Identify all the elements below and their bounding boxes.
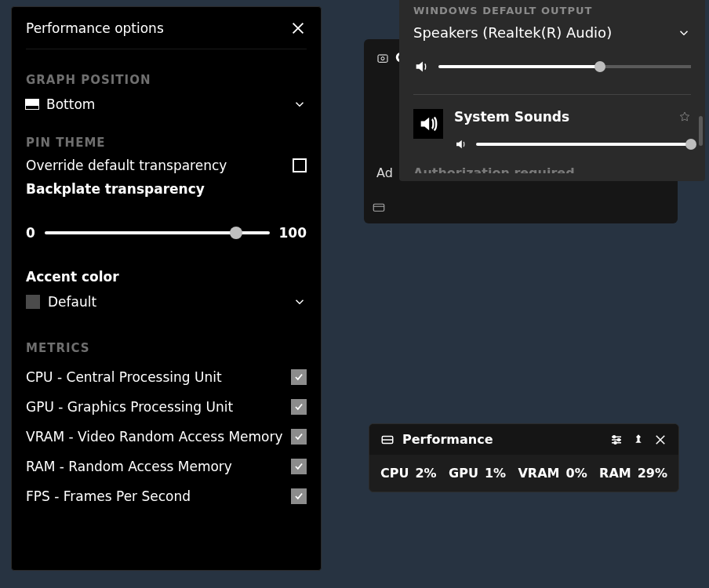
audio-device-dropdown[interactable]: Speakers (Realtek(R) Audio) [413, 24, 691, 41]
volume-thumb[interactable] [685, 139, 696, 150]
accent-swatch-icon [26, 295, 40, 309]
perf-stat: CPU2% [380, 466, 437, 481]
perf-stat: RAM29% [599, 466, 667, 481]
perf-stat-label: GPU [449, 466, 478, 481]
metric-checkbox[interactable] [291, 459, 307, 474]
perf-stat: GPU1% [449, 466, 506, 481]
slider-max: 100 [279, 225, 307, 241]
metric-checkbox[interactable] [291, 399, 307, 415]
metric-label: CPU - Central Processing Unit [26, 369, 222, 385]
perf-stat-value: 29% [638, 466, 667, 481]
speaker-icon [454, 137, 468, 151]
settings-sliders-icon[interactable] [609, 433, 624, 447]
master-volume-slider[interactable] [438, 65, 691, 68]
metric-row[interactable]: GPU - Graphics Processing Unit [26, 399, 307, 415]
audio-device-name: Speakers (Realtek(R) Audio) [413, 24, 612, 41]
app-volume-name: System Sounds [454, 109, 569, 125]
slider-thumb[interactable] [230, 227, 242, 239]
close-icon[interactable] [653, 433, 667, 447]
speaker-icon [413, 58, 431, 75]
perf-stat-value: 2% [415, 466, 436, 481]
metric-row[interactable]: CPU - Central Processing Unit [26, 369, 307, 385]
authorization-required-text: Authorization required [413, 165, 691, 173]
accent-color-dropdown[interactable]: Default [26, 294, 307, 310]
star-icon[interactable] [678, 111, 691, 123]
performance-options-panel: Performance options GRAPH POSITION Botto… [11, 6, 322, 571]
svg-point-4 [613, 435, 616, 437]
app-volume-row: System Sounds [413, 109, 691, 151]
volume-thumb[interactable] [594, 61, 605, 72]
performance-icon [380, 433, 394, 447]
system-sounds-icon [413, 109, 443, 139]
performance-widget-title: Performance [402, 432, 493, 447]
camera-icon [376, 52, 389, 64]
chevron-down-icon [293, 295, 307, 309]
metric-checkbox[interactable] [291, 488, 307, 504]
perf-stat: VRAM0% [518, 466, 587, 481]
metric-row[interactable]: RAM - Random Access Memory [26, 459, 307, 474]
override-transparency-label: Override default transparency [26, 158, 227, 173]
position-bottom-icon [26, 100, 38, 109]
svg-rect-0 [378, 55, 387, 62]
metric-label: VRAM - Video Random Access Memory [26, 429, 283, 445]
audio-output-header: WINDOWS DEFAULT OUTPUT [413, 0, 691, 16]
metric-label: RAM - Random Access Memory [26, 459, 232, 474]
accent-color-label: Accent color [26, 269, 307, 285]
background-widget-tab-icon[interactable] [372, 200, 386, 217]
performance-widget: Performance CPU2%GPU1%VRAM0%RAM29% [369, 423, 679, 492]
metric-label: GPU - Graphics Processing Unit [26, 399, 233, 415]
perf-stat-label: RAM [599, 466, 631, 481]
close-icon[interactable] [289, 20, 307, 37]
graph-position-value: Bottom [46, 96, 95, 112]
backplate-transparency-slider[interactable] [45, 231, 270, 234]
audio-mixer-panel: WINDOWS DEFAULT OUTPUT Speakers (Realtek… [399, 0, 705, 181]
app-volume-slider[interactable] [476, 143, 691, 146]
metric-row[interactable]: FPS - Frames Per Second [26, 488, 307, 504]
svg-rect-2 [373, 204, 384, 211]
perf-stat-label: VRAM [518, 466, 559, 481]
override-transparency-row[interactable]: Override default transparency [26, 158, 307, 173]
slider-min: 0 [26, 225, 35, 241]
metrics-label: METRICS [26, 341, 307, 355]
chevron-down-icon [293, 97, 307, 111]
metric-label: FPS - Frames Per Second [26, 488, 191, 504]
metric-checkbox[interactable] [291, 429, 307, 445]
metric-row[interactable]: VRAM - Video Random Access Memory [26, 429, 307, 445]
svg-point-6 [614, 441, 616, 444]
override-transparency-checkbox[interactable] [293, 158, 307, 172]
accent-color-value: Default [48, 294, 96, 310]
perf-stat-value: 0% [566, 466, 587, 481]
scrollbar-thumb[interactable] [699, 116, 703, 146]
perf-stat-label: CPU [380, 466, 409, 481]
graph-position-dropdown[interactable]: Bottom [26, 96, 307, 112]
pin-icon[interactable] [631, 433, 645, 447]
divider [413, 94, 691, 95]
chevron-down-icon [677, 26, 691, 40]
graph-position-label: GRAPH POSITION [26, 73, 307, 87]
pin-theme-label: PIN THEME [26, 136, 307, 150]
svg-point-5 [618, 438, 620, 441]
perf-stat-value: 1% [485, 466, 506, 481]
metric-checkbox[interactable] [291, 369, 307, 385]
backplate-transparency-label: Backplate transparency [26, 181, 307, 197]
svg-point-1 [381, 56, 384, 60]
panel-title: Performance options [26, 20, 164, 36]
